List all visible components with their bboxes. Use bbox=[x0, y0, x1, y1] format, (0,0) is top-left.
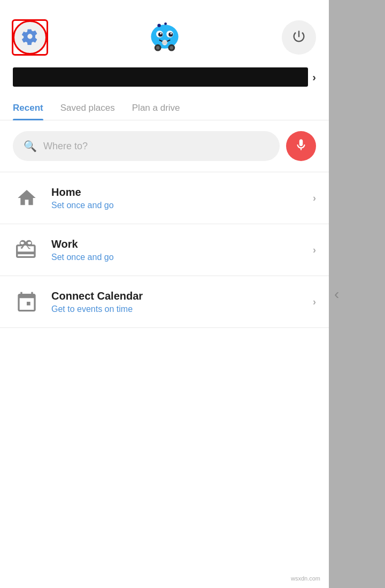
tab-saved-places[interactable]: Saved places bbox=[60, 97, 115, 120]
calendar-icon bbox=[13, 288, 41, 316]
username-bar[interactable]: › bbox=[13, 67, 316, 87]
tab-recent[interactable]: Recent bbox=[13, 97, 43, 120]
tabs-bar: Recent Saved places Plan a drive bbox=[0, 97, 329, 120]
mic-button[interactable] bbox=[286, 131, 316, 161]
work-text: Work Set once and go bbox=[51, 238, 302, 262]
calendar-chevron-icon: › bbox=[313, 296, 316, 308]
svg-point-7 bbox=[170, 33, 172, 34]
gear-icon bbox=[21, 28, 38, 47]
tab-plan-drive[interactable]: Plan a drive bbox=[132, 97, 180, 120]
main-panel: › Recent Saved places Plan a drive 🔍 Whe… bbox=[0, 0, 329, 588]
svg-point-11 bbox=[164, 22, 167, 25]
search-placeholder: Where to? bbox=[43, 141, 88, 152]
side-panel: ‹ bbox=[329, 0, 385, 588]
work-chevron-icon: › bbox=[313, 245, 316, 256]
svg-point-15 bbox=[170, 46, 173, 49]
svg-point-6 bbox=[160, 33, 161, 34]
home-icon bbox=[13, 184, 41, 212]
waze-logo bbox=[143, 16, 186, 59]
svg-rect-9 bbox=[162, 42, 167, 43]
svg-point-13 bbox=[156, 46, 159, 49]
power-icon bbox=[291, 29, 306, 46]
mic-icon bbox=[294, 138, 308, 154]
home-chevron-icon: › bbox=[313, 193, 316, 204]
header bbox=[0, 0, 329, 67]
username-chevron-icon: › bbox=[312, 71, 316, 83]
svg-point-10 bbox=[157, 24, 160, 27]
power-button[interactable] bbox=[282, 20, 316, 55]
list-item-calendar[interactable]: Connect Calendar Get to events on time › bbox=[0, 276, 329, 327]
calendar-text: Connect Calendar Get to events on time bbox=[51, 290, 302, 314]
side-chevron-icon[interactable]: ‹ bbox=[334, 286, 339, 303]
search-area: 🔍 Where to? bbox=[0, 120, 329, 172]
divider-3 bbox=[0, 327, 329, 328]
settings-button[interactable] bbox=[13, 20, 47, 55]
username-redacted bbox=[13, 67, 308, 87]
work-icon bbox=[13, 236, 41, 264]
list-item-work[interactable]: Work Set once and go › bbox=[0, 224, 329, 276]
search-bar[interactable]: 🔍 Where to? bbox=[13, 131, 280, 161]
home-text: Home Set once and go bbox=[51, 186, 302, 210]
watermark: wsxdn.com bbox=[291, 575, 320, 582]
list-item-home[interactable]: Home Set once and go › bbox=[0, 172, 329, 224]
search-icon: 🔍 bbox=[24, 140, 37, 152]
